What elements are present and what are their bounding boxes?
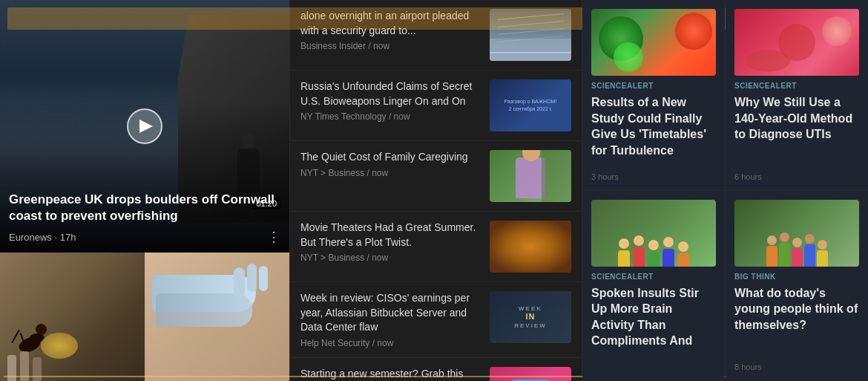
news-source: Business Insider / now: [300, 41, 481, 51]
card-time: 8 hours: [734, 362, 859, 371]
medical-image: [145, 253, 289, 381]
video-meta: Euronews · 17h ⋮: [9, 229, 280, 245]
card-time: 6 hours: [734, 172, 859, 181]
video-source: Euronews · 17h: [9, 232, 76, 243]
play-icon: [139, 120, 153, 133]
card-source: BIG THINK: [734, 273, 859, 281]
news-thumbnail: [490, 367, 571, 381]
news-item[interactable]: Starting a new semester? Grab this refur…: [290, 358, 582, 381]
news-text: Russia's Unfounded Claims of Secret U.S.…: [300, 79, 481, 122]
news-source: NYT > Business / now: [300, 253, 481, 263]
card-title: What do today's young people think of th…: [734, 285, 859, 359]
card-source: SCIENCEALERT: [591, 273, 716, 281]
news-text: Movie Theaters Had a Great Summer. But T…: [300, 221, 481, 263]
right-panel: SCIENCEALERT Results of a New Study Coul…: [582, 0, 868, 381]
news-item[interactable]: Movie Theaters Had a Great Summer. But T…: [290, 212, 582, 282]
left-panel: 01:20 Greenpeace UK drops boulders off C…: [0, 0, 289, 381]
news-text: Week in review: CISOs' earnings per year…: [300, 291, 481, 348]
news-item[interactable]: Russia's Unfounded Claims of Secret U.S.…: [290, 71, 582, 141]
card-image-turbulence: [591, 9, 716, 76]
card-image-uti: [734, 9, 859, 76]
small-cards-row: [0, 253, 289, 381]
science-card-brain[interactable]: SCIENCEALERT Spoken Insults Stir Up More…: [582, 191, 725, 382]
card-title: Why We Still Use a 140-Year-Old Method t…: [734, 94, 859, 168]
news-headline: Russia's Unfounded Claims of Secret U.S.…: [300, 79, 481, 108]
news-text: The Quiet Cost of Family Caregiving NYT …: [300, 150, 481, 178]
news-thumbnail: Разговор о ВАЖНОМ!2 сентября 2022 г.: [490, 79, 571, 131]
science-card-uti[interactable]: SCIENCEALERT Why We Still Use a 140-Year…: [726, 0, 868, 191]
news-thumbnail: WEEK IN REVIEW: [490, 291, 571, 343]
news-thumbnail: [490, 221, 571, 273]
card-title: Spoken Insults Stir Up More Brain Activi…: [591, 285, 716, 368]
russia-text: Разговор о ВАЖНОМ!2 сентября 2022 г.: [502, 95, 560, 116]
news-thumbnail: [490, 150, 571, 202]
science-card-young[interactable]: BIG THINK What do today's young people t…: [726, 191, 868, 382]
center-panel: alone overnight in an airport pleaded wi…: [289, 0, 582, 381]
card-image-brain: [591, 200, 716, 267]
small-card-medical[interactable]: [145, 253, 289, 381]
video-title: Greenpeace UK drops boulders off Cornwal…: [9, 192, 280, 224]
video-info: Greenpeace UK drops boulders off Cornwal…: [0, 184, 289, 253]
right-col-left: SCIENCEALERT Results of a New Study Coul…: [582, 0, 725, 381]
card-source: SCIENCEALERT: [734, 82, 859, 90]
card-time: 3 hours: [591, 172, 716, 181]
week-review-badge: WEEK IN REVIEW: [490, 291, 571, 343]
news-source: NY Times Technology / now: [300, 111, 481, 122]
news-source: Help Net Security / now: [300, 338, 481, 348]
science-card-turbulence[interactable]: SCIENCEALERT Results of a New Study Coul…: [582, 0, 725, 191]
card-image-young: [734, 200, 859, 267]
news-headline: Movie Theaters Had a Great Summer. But T…: [300, 221, 481, 250]
card-source: SCIENCEALERT: [591, 82, 716, 90]
video-options-menu[interactable]: ⋮: [267, 229, 280, 245]
play-button[interactable]: [127, 108, 162, 144]
right-col-right: SCIENCEALERT Why We Still Use a 140-Year…: [725, 0, 868, 381]
card-title: Results of a New Study Could Finally Giv…: [591, 94, 716, 168]
news-headline: The Quiet Cost of Family Caregiving: [300, 150, 481, 165]
video-card[interactable]: 01:20 Greenpeace UK drops boulders off C…: [0, 0, 289, 253]
news-source: NYT > Business / now: [300, 168, 481, 178]
news-item[interactable]: The Quiet Cost of Family Caregiving NYT …: [290, 141, 582, 212]
news-headline: Starting a new semester? Grab this refur…: [300, 367, 481, 381]
news-text: Starting a new semester? Grab this refur…: [300, 367, 481, 381]
news-item[interactable]: Week in review: CISOs' earnings per year…: [290, 282, 582, 358]
news-headline: Week in review: CISOs' earnings per year…: [300, 291, 481, 335]
